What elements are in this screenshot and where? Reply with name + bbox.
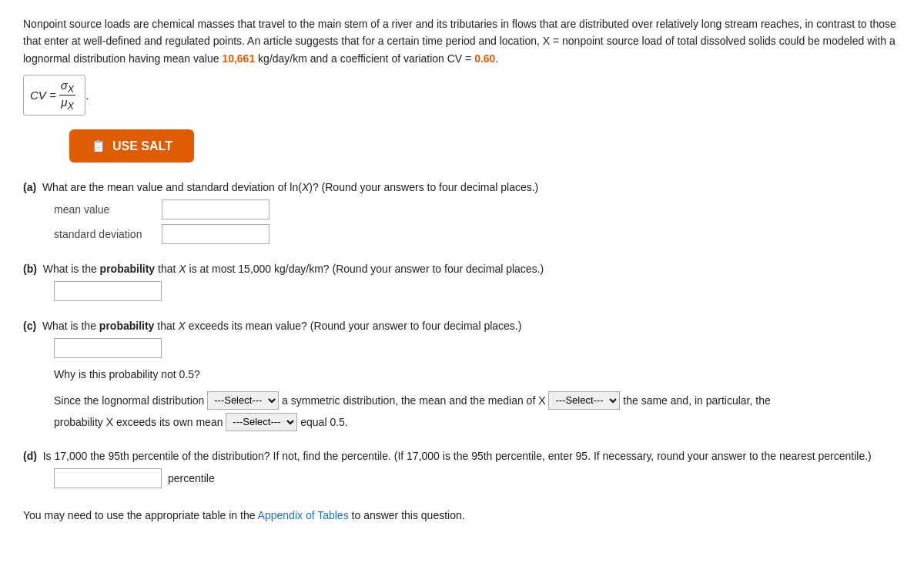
footer-text: You may need to use the appropriate tabl… (23, 507, 901, 524)
since-text2: a symmetric distribution, the mean and t… (279, 394, 548, 406)
part-c-text: What is the probability that X exceeds i… (42, 320, 522, 332)
use-salt-label: USE SALT (112, 139, 172, 153)
since-text1: Since the lognormal distribution (54, 394, 207, 406)
part-d-label: (d) (23, 450, 37, 462)
percentile-label: percentile (168, 472, 215, 484)
select-mean-median[interactable]: ---Select---areare not (548, 391, 620, 410)
book-icon: 📋 (91, 139, 106, 153)
part-b-text: What is the probability that X is at mos… (43, 263, 544, 275)
why-text-container: Why is this probability not 0.5? (54, 366, 870, 383)
part-c-section: (c) What is the probability that X excee… (23, 320, 901, 431)
part-d-input[interactable] (54, 468, 162, 488)
part-d-text: Is 17,000 the 95th percentile of the dis… (43, 450, 872, 462)
mean-value-input[interactable] (162, 199, 270, 220)
part-a-text: What are the mean value and standard dev… (42, 181, 538, 193)
part-b-input-container (54, 281, 901, 301)
intro-text3: . (495, 52, 498, 65)
part-a-section: (a) What are the mean value and standard… (23, 181, 901, 244)
since-text-container: Since the lognormal distribution ---Sele… (54, 391, 870, 431)
part-a-mean-row: mean value (54, 199, 901, 220)
part-c-input[interactable] (54, 338, 162, 358)
part-b-input[interactable] (54, 281, 162, 301)
part-b-section: (b) What is the probability that X is at… (23, 263, 901, 301)
mean-label: mean value (54, 203, 154, 216)
since-text3: the same and, in particular, the (620, 394, 770, 406)
select-symmetric[interactable]: ---Select---isis not (207, 391, 279, 410)
part-c-input-container (54, 338, 901, 358)
prob-label2: probability X exceeds its own mean (54, 415, 226, 427)
appendix-link[interactable]: Appendix of Tables (258, 509, 349, 521)
part-d-section: (d) Is 17,000 the 95th percentile of the… (23, 450, 901, 488)
part-c-label: (c) (23, 320, 36, 332)
part-a-std-row: standard deviation (54, 224, 901, 244)
part-d-question: (d) Is 17,000 the 95th percentile of the… (23, 450, 901, 462)
part-b-label: (b) (23, 263, 37, 275)
part-c-question: (c) What is the probability that X excee… (23, 320, 901, 332)
cv-formula: CV = σX μX . (23, 75, 901, 116)
why-text: Why is this probability not 0.5? (54, 366, 870, 383)
use-salt-button[interactable]: 📋 USE SALT (69, 129, 194, 163)
std-value-input[interactable] (162, 224, 270, 244)
footer-text1: You may need to use the appropriate tabl… (23, 509, 258, 521)
part-a-question: (a) What are the mean value and standard… (23, 181, 901, 193)
cv-value-highlight: 0.60 (474, 52, 495, 65)
part-b-question: (b) What is the probability that X is at… (23, 263, 901, 275)
mean-value-highlight: 10,661 (222, 52, 255, 65)
std-label: standard deviation (54, 228, 154, 240)
footer-text2: to answer this question. (349, 509, 465, 521)
intro-text2: kg/day/km and a coefficient of variation… (255, 52, 474, 65)
intro-paragraph: Nonpoint source loads are chemical masse… (23, 15, 901, 67)
part-d-input-row: percentile (54, 468, 901, 488)
select-equal[interactable]: ---Select---doesdoes not (226, 413, 297, 431)
since-text4: equal 0.5. (297, 415, 347, 427)
part-a-label: (a) (23, 181, 36, 193)
